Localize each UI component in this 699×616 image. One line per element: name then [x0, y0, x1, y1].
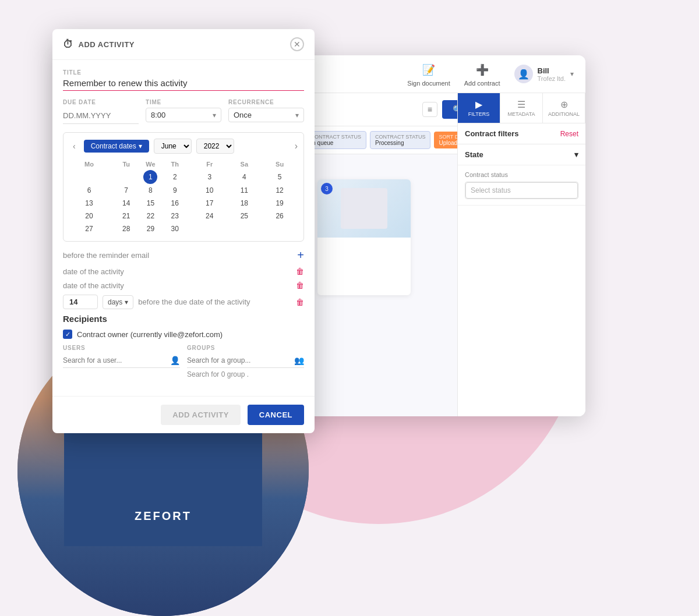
calendar-type-button[interactable]: Contract dates ▾	[84, 140, 149, 153]
contract-owner-checkbox[interactable]: ✓	[63, 330, 72, 339]
time-dropdown-icon: ▾	[213, 111, 216, 119]
title-field-value: Remember to renew this activity	[63, 78, 304, 91]
user-dropdown-icon: ▾	[570, 70, 574, 78]
contract-card-3[interactable]: 3	[317, 179, 411, 295]
contract-owner-label: Contract owner (currently ville@zefort.c…	[77, 330, 223, 339]
weekday-tu: Tu	[109, 158, 143, 170]
add-contract-button[interactable]: ➕ Add contract	[464, 62, 500, 87]
calendar-year-select[interactable]: 2022	[196, 139, 234, 154]
cal-day-24[interactable]: 24	[192, 210, 227, 222]
cal-day-empty2	[227, 222, 262, 235]
filters-tabs: ▶ FILTERS ☰ METADATA ⊕ ADDITIONAL	[458, 93, 585, 123]
reminder-text-3: date of the activity	[63, 281, 291, 290]
filters-tab-additional[interactable]: ⊕ ADDITIONAL	[543, 93, 585, 123]
cal-day-14[interactable]: 14	[109, 197, 143, 210]
cal-day-4[interactable]: 4	[227, 170, 262, 184]
recurrence-selector[interactable]: Once ▾	[228, 108, 304, 122]
cal-day-22[interactable]: 22	[143, 210, 157, 222]
cal-day-27[interactable]: 27	[69, 222, 109, 235]
reminder-delete-4[interactable]: 🗑	[296, 298, 304, 307]
calendar-month-select[interactable]: June	[154, 139, 192, 154]
metadata-tab-label: METADATA	[503, 111, 540, 117]
contract-status-filter-section: Contract status Select status	[458, 165, 585, 206]
time-selector[interactable]: 8:00 ▾	[146, 108, 221, 122]
filters-tab-metadata[interactable]: ☰ METADATA	[500, 93, 543, 123]
calendar-type-dropdown-icon: ▾	[139, 142, 142, 150]
calendar-type-label: Contract dates	[91, 142, 136, 150]
cal-day-20[interactable]: 20	[69, 210, 109, 222]
cal-day-17[interactable]: 17	[192, 197, 227, 210]
reminder-days-input[interactable]	[63, 295, 98, 309]
cal-day-29[interactable]: 29	[143, 222, 157, 235]
recurrence-field: RECURRENCE Once ▾	[228, 99, 304, 124]
cal-day-28[interactable]: 28	[109, 222, 143, 235]
sign-document-label: Sign document	[407, 80, 450, 87]
cal-day-26[interactable]: 26	[262, 210, 298, 222]
cal-day-21[interactable]: 21	[109, 210, 143, 222]
cal-day-2[interactable]: 2	[157, 170, 192, 184]
cal-day-empty	[192, 222, 227, 235]
reminder-delete-3[interactable]: 🗑	[296, 281, 304, 290]
users-input-container: 👤	[63, 353, 180, 368]
cal-day-empty3	[262, 222, 298, 235]
filters-reset-button[interactable]: Reset	[560, 130, 578, 138]
cal-day[interactable]	[109, 170, 143, 184]
state-filter-header[interactable]: State ▾	[465, 150, 578, 159]
calendar-prev-button[interactable]: ‹	[69, 140, 79, 152]
user-avatar: 👤	[514, 65, 533, 83]
cal-day-12[interactable]: 12	[262, 184, 298, 197]
cal-day[interactable]	[69, 170, 109, 184]
modal-body: TITLE Remember to renew this activity DU…	[52, 60, 315, 396]
groups-search-input[interactable]	[187, 356, 291, 364]
cal-day-30[interactable]: 30	[157, 222, 192, 235]
recipients-title: Recipients	[63, 314, 304, 324]
contract-status-select[interactable]: Select status	[465, 182, 578, 199]
reminder-unit-selector[interactable]: days ▾	[103, 295, 133, 309]
card-thumb-3: 3	[317, 179, 411, 238]
cal-day-1[interactable]: 1	[143, 170, 157, 184]
cal-day-6[interactable]: 6	[69, 184, 109, 197]
add-contract-label: Add contract	[464, 80, 500, 87]
reminder-add-button[interactable]: +	[297, 249, 304, 262]
filters-tab-filters[interactable]: ▶ FILTERS	[458, 93, 500, 123]
additional-tab-label: ADDITIONAL	[545, 111, 582, 117]
modal-title: ⏱ ADD ACTIVITY	[63, 38, 135, 51]
cal-day-3[interactable]: 3	[192, 170, 227, 184]
sign-document-button[interactable]: 📝 Sign document	[407, 62, 450, 87]
reminder-unit-icon: ▾	[125, 298, 128, 306]
header-actions: 📝 Sign document ➕ Add contract 👤 Bill Tr…	[407, 62, 574, 87]
cal-day-5[interactable]: 5	[262, 170, 298, 184]
cancel-button[interactable]: CANCEL	[248, 405, 304, 425]
groups-input-container: 👥	[187, 353, 304, 368]
modal-close-button[interactable]: ✕	[290, 37, 304, 51]
cal-day-11[interactable]: 11	[227, 184, 262, 197]
cal-day-13[interactable]: 13	[69, 197, 109, 210]
cal-day-18[interactable]: 18	[227, 197, 262, 210]
weekday-row: Mo Tu We Th Fr Sa Su	[69, 158, 298, 170]
cal-day-23[interactable]: 23	[157, 210, 192, 222]
search-options-button[interactable]: ≡	[422, 102, 437, 117]
hoodie-text: ZEFORT	[135, 509, 192, 523]
filter-chip-processing[interactable]: CONTRACT STATUS Processing	[370, 131, 431, 149]
user-menu[interactable]: 👤 Bill Trofez ltd. ▾	[514, 65, 574, 83]
cal-day-10[interactable]: 10	[192, 184, 227, 197]
add-activity-button[interactable]: ADD ACTIVITY	[161, 405, 241, 425]
calendar-next-button[interactable]: ›	[295, 141, 298, 151]
cal-day-9[interactable]: 9	[157, 184, 192, 197]
due-date-label: DUE DATE	[63, 99, 139, 105]
cal-day-15[interactable]: 15	[143, 197, 157, 210]
user-company: Trofez ltd.	[538, 75, 566, 82]
cal-day-19[interactable]: 19	[262, 197, 298, 210]
reminder-text-1: before the reminder email	[63, 251, 292, 260]
reminder-delete-2[interactable]: 🗑	[296, 267, 304, 276]
filter-chip-queue[interactable]: CONTRACT STATUS In queue	[305, 131, 366, 149]
cal-day-8[interactable]: 8	[143, 184, 157, 197]
state-collapse-icon: ▾	[574, 150, 578, 159]
cal-day-16[interactable]: 16	[157, 197, 192, 210]
due-date-input[interactable]	[63, 108, 139, 124]
calendar-container: ‹ Contract dates ▾ June 2022 › Mo Tu	[63, 132, 304, 242]
users-search-input[interactable]	[63, 356, 167, 364]
user-search-icon: 👤	[170, 356, 180, 365]
cal-day-7[interactable]: 7	[109, 184, 143, 197]
cal-day-25[interactable]: 25	[227, 210, 262, 222]
